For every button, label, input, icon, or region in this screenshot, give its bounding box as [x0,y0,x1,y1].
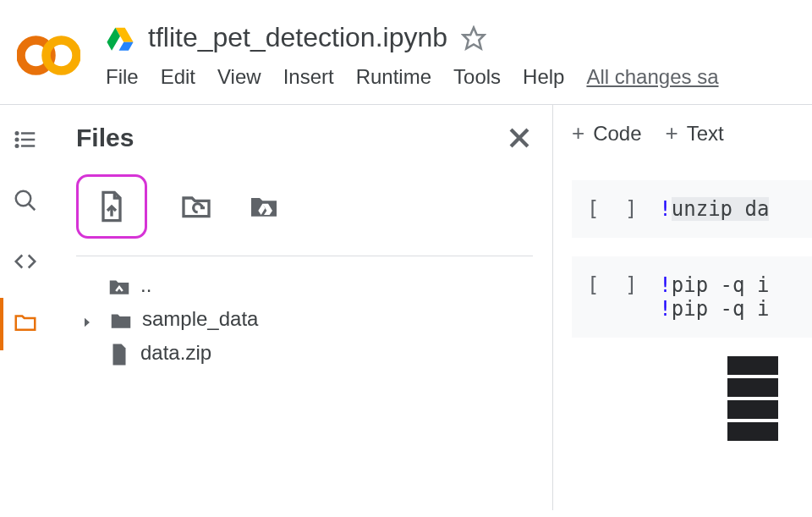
tree-parent-label: .. [140,273,151,297]
file-tree: .. sample_data data.zip [76,268,552,370]
file-icon [107,342,132,364]
toc-icon[interactable] [13,127,38,156]
star-icon[interactable] [461,25,486,51]
tree-parent-dir[interactable]: .. [76,268,552,302]
code-content[interactable]: !unzip da [659,197,769,221]
code-cell[interactable]: [ ] !unzip da [572,180,812,238]
svg-marker-14 [85,318,90,327]
notebook-area: +Code +Text [ ] !unzip da [ ] !pip -q i … [553,105,812,510]
chevron-right-icon [80,311,95,327]
add-code-button[interactable]: +Code [572,120,642,146]
cell-run-button[interactable]: [ ] [587,273,644,321]
tree-folder-label: sample_data [142,307,258,331]
plus-icon: + [666,120,678,146]
menu-runtime[interactable]: Runtime [356,65,431,89]
files-icon[interactable] [13,310,38,338]
add-text-button[interactable]: +Text [666,120,724,146]
panel-title: Files [76,124,134,152]
svg-point-5 [16,139,19,141]
colab-logo [17,24,80,87]
code-cell[interactable]: [ ] !pip -q i !pip -q i [572,256,812,338]
plus-icon: + [572,120,584,146]
menu-file[interactable]: File [106,65,139,89]
refresh-folder-icon[interactable] [178,188,215,225]
cell-run-button[interactable]: [ ] [587,197,644,221]
save-status: All changes sa [586,65,718,89]
mount-drive-icon[interactable] [245,188,283,225]
tree-file-label: data.zip [140,341,211,365]
close-icon[interactable] [505,124,534,152]
svg-point-3 [16,132,19,135]
left-rail [0,105,51,510]
drive-icon [106,25,134,51]
divider [76,256,533,256]
svg-point-7 [16,145,19,147]
tree-folder-sample-data[interactable]: sample_data [76,302,552,336]
svg-line-10 [29,204,36,211]
menubar: File Edit View Insert Runtime Tools Help… [106,53,719,104]
upload-highlight [76,174,147,239]
upload-file-icon[interactable] [93,188,130,225]
menu-insert[interactable]: Insert [283,65,334,89]
code-snippets-icon[interactable] [13,249,38,278]
menu-view[interactable]: View [217,65,261,89]
menu-edit[interactable]: Edit [161,65,195,89]
folder-up-icon [107,274,132,296]
menu-tools[interactable]: Tools [453,65,501,89]
document-title[interactable]: tflite_pet_detection.ipynb [148,22,447,53]
folder-icon [108,308,134,330]
code-content[interactable]: !pip -q i !pip -q i [659,273,769,321]
files-panel: Files .. [51,105,553,510]
svg-point-9 [16,191,31,206]
svg-marker-2 [464,27,485,48]
search-icon[interactable] [13,188,38,217]
tree-file-data-zip[interactable]: data.zip [76,336,552,370]
cell-output [572,356,812,441]
menu-help[interactable]: Help [523,65,564,89]
